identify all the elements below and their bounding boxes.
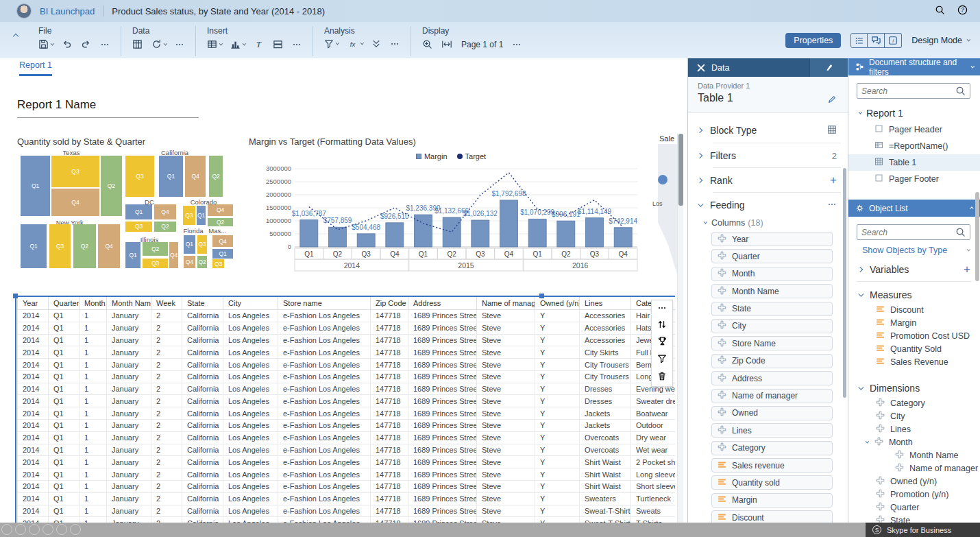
table-cell[interactable]: Y <box>535 468 580 481</box>
object-item-promotion-cost-usd[interactable]: Promotion Cost USD <box>848 329 980 342</box>
feeding-column-chip[interactable]: State <box>711 302 833 316</box>
table-cell[interactable]: 147718 <box>371 346 408 359</box>
data-more-button[interactable] <box>175 40 184 49</box>
table-cell[interactable]: January <box>107 359 151 371</box>
table-cell[interactable]: 2014 <box>18 310 49 322</box>
table-cell[interactable]: 2 <box>151 444 182 456</box>
table-cell[interactable]: Shirt Waist <box>580 456 631 468</box>
table-cell[interactable]: City Trousers <box>580 359 631 371</box>
table-cell[interactable]: 2 <box>151 395 182 407</box>
table-cell[interactable]: Accessories <box>580 322 631 334</box>
table-cell[interactable]: 2 <box>151 346 182 359</box>
table-cell[interactable]: Shirt Waist <box>580 468 631 481</box>
table-cell[interactable]: 1 <box>79 505 107 517</box>
table-cell[interactable]: e-Fashion Los Angeles <box>278 359 371 371</box>
table-cell[interactable]: 1689 Princes Street <box>408 492 477 505</box>
doc-tree-item-pager-footer[interactable]: Pager Footer <box>848 171 980 187</box>
file-more-button[interactable] <box>100 40 110 49</box>
table-cell[interactable]: 147718 <box>371 468 408 481</box>
panel-scrollbar-thumb[interactable] <box>975 192 979 281</box>
table-cell[interactable]: Boatwear <box>631 407 676 420</box>
table-cell[interactable]: e-Fashion Los Angeles <box>278 322 371 334</box>
taskbar-circle-icon[interactable] <box>1 524 12 535</box>
table-row[interactable]: 2014Q11January2CaliforniaLos Angelese-Fa… <box>18 492 676 505</box>
table-cell[interactable]: 2014 <box>18 395 49 407</box>
table-row[interactable]: 2014Q11January2CaliforniaLos Angelese-Fa… <box>18 420 676 432</box>
table-cell[interactable]: Steve <box>477 322 535 334</box>
table-cell[interactable]: 1689 Princes Street <box>408 456 477 468</box>
table-delete-button[interactable] <box>657 371 667 384</box>
table-cell[interactable]: Y <box>535 480 580 492</box>
display-more-button[interactable] <box>512 40 522 49</box>
table-cell[interactable]: Q1 <box>49 395 79 407</box>
table-cell[interactable]: 147718 <box>371 383 408 395</box>
table-cell[interactable]: Los Angeles <box>223 346 278 359</box>
formula-button[interactable]: fx <box>347 39 363 49</box>
table-cell[interactable]: 147718 <box>371 480 408 492</box>
table-cell[interactable]: Y <box>535 322 580 334</box>
table-cell[interactable]: 1689 Princes Street <box>408 407 477 420</box>
table-cell[interactable]: January <box>107 505 151 517</box>
treemap-tile-colorado-q3[interactable]: Q3 <box>183 206 195 225</box>
treemap-tile-mas-q4[interactable]: Q4 <box>212 235 233 247</box>
table-cell[interactable]: January <box>107 431 151 444</box>
table-cell[interactable]: 1689 Princes Street <box>408 431 477 444</box>
table-cell[interactable]: Los Angeles <box>223 359 278 371</box>
table-cell[interactable]: 147718 <box>371 456 408 468</box>
table-cell[interactable]: January <box>107 420 151 432</box>
feeding-column-chip[interactable]: Store Name <box>711 336 833 350</box>
treemap-tile-colorado-q2[interactable]: Q2 <box>208 218 233 226</box>
table-cell[interactable]: 2014 <box>18 383 49 395</box>
table-cell[interactable]: January <box>107 468 151 481</box>
table-cell[interactable]: Accessories <box>580 310 631 322</box>
table-cell[interactable]: 2 <box>151 517 182 523</box>
object-item-category[interactable]: Category <box>848 396 980 409</box>
table-cell[interactable]: 1689 Princes Street <box>408 383 477 395</box>
table-cell[interactable]: e-Fashion Los Angeles <box>278 517 371 523</box>
table-cell[interactable]: California <box>182 420 223 432</box>
table-cell[interactable]: Los Angeles <box>223 431 278 444</box>
table-cell[interactable]: California <box>182 492 223 505</box>
table-cell[interactable]: Q1 <box>49 383 79 395</box>
treemap-tile-california-q2[interactable]: Q2 <box>209 156 223 197</box>
undo-button[interactable] <box>62 39 72 49</box>
table-cell[interactable]: 2 <box>151 407 182 420</box>
table-cell[interactable]: Y <box>535 407 580 420</box>
object-item-sales-revenue[interactable]: Sales Revenue <box>848 355 980 368</box>
feeding-more-button[interactable] <box>827 200 837 211</box>
table-cell[interactable]: 147718 <box>371 505 408 517</box>
table-cell[interactable]: 2014 <box>18 420 49 432</box>
object-item-quantity-sold[interactable]: Quantity Sold <box>848 342 980 355</box>
object-item-promotion--y-n-[interactable]: Promotion (y/n) <box>848 488 980 501</box>
table-cell[interactable]: Y <box>535 370 580 383</box>
table-cell[interactable]: Steve <box>477 359 535 371</box>
table-cell[interactable]: California <box>182 383 223 395</box>
table-cell[interactable]: 1689 Princes Street <box>408 517 477 523</box>
report-name-cell[interactable]: Report 1 Name <box>17 98 96 112</box>
table-cell[interactable]: California <box>182 370 223 383</box>
table-cell[interactable]: 2014 <box>18 517 49 523</box>
feeding-column-chip[interactable]: Discount <box>711 510 833 523</box>
column-header[interactable]: Quarter <box>49 297 79 310</box>
treemap-tile-newyork-q1[interactable]: Q1 <box>21 224 47 268</box>
table-cell[interactable]: January <box>107 310 151 322</box>
treemap-tile-colorado-q1[interactable]: Q1 <box>197 206 206 225</box>
table-cell[interactable]: 2014 <box>18 322 49 334</box>
show-objects-by-type[interactable]: Show Objects by Type <box>848 243 980 257</box>
feeding-column-chip[interactable]: Owned <box>711 406 833 420</box>
treemap-tile-illinois-q2[interactable]: Q2 <box>143 242 168 256</box>
object-section-measures[interactable]: Measures <box>848 287 980 303</box>
table-cell[interactable]: California <box>182 468 223 481</box>
table-cell[interactable]: Short sleeve <box>631 480 676 492</box>
table-cell[interactable]: January <box>107 480 151 492</box>
doc-tree-item-pager-header[interactable]: Pager Header <box>848 121 980 138</box>
canvas-scrollbar[interactable] <box>677 134 683 523</box>
table-cell[interactable]: e-Fashion Los Angeles <box>278 456 371 468</box>
table-cell[interactable]: 2 <box>151 505 182 517</box>
treemap-tile-florida-q2[interactable]: Q2 <box>197 256 207 268</box>
table-cell[interactable]: 1 <box>79 383 107 395</box>
table-row[interactable]: 2014Q11January2CaliforniaLos Angelese-Fa… <box>18 480 676 492</box>
treemap-tile-illinois-q1[interactable]: Q1 <box>125 242 140 268</box>
table-cell[interactable]: Shirt Waist <box>580 480 631 492</box>
table-cell[interactable]: City Skirts <box>580 346 631 359</box>
